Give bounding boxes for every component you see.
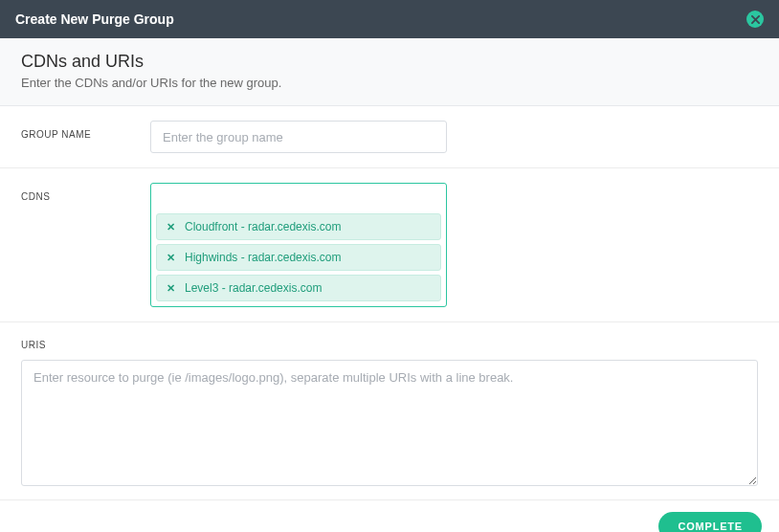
x-icon — [751, 15, 760, 24]
cdn-tag: ✕ Level3 - radar.cedexis.com — [156, 275, 441, 301]
remove-tag-icon[interactable]: ✕ — [167, 282, 175, 295]
cdn-tag: ✕ Highwinds - radar.cedexis.com — [156, 244, 441, 271]
complete-button[interactable]: COMPLETE — [658, 512, 762, 532]
cdn-tag-label: Level3 - radar.cedexis.com — [185, 281, 322, 295]
remove-tag-icon[interactable]: ✕ — [167, 252, 175, 264]
modal-title: Create New Purge Group — [15, 11, 174, 27]
cdn-tag-label: Highwinds - radar.cedexis.com — [185, 251, 341, 264]
uris-label: URIS — [21, 340, 758, 350]
group-name-label: GROUP NAME — [21, 121, 150, 140]
uris-textarea[interactable] — [21, 360, 758, 486]
cdns-label: CDNS — [21, 183, 150, 202]
modal-header: Create New Purge Group — [0, 0, 779, 38]
section-subtitle: Enter the CDNs and/or URIs for the new g… — [21, 76, 758, 90]
cdn-tag-label: Cloudfront - radar.cedexis.com — [185, 220, 341, 233]
cdn-tag: ✕ Cloudfront - radar.cedexis.com — [156, 213, 441, 240]
uris-row: URIS — [0, 321, 779, 499]
section-header: CDNs and URIs Enter the CDNs and/or URIs… — [0, 38, 779, 106]
modal-footer: COMPLETE — [0, 499, 779, 532]
cdns-row: CDNS ✕ Cloudfront - radar.cedexis.com ✕ … — [0, 168, 779, 321]
form-area: GROUP NAME CDNS ✕ Cloudfront - radar.ced… — [0, 106, 779, 499]
close-icon[interactable] — [746, 11, 764, 28]
group-name-row: GROUP NAME — [0, 106, 779, 168]
cdns-multiselect[interactable]: ✕ Cloudfront - radar.cedexis.com ✕ Highw… — [150, 183, 447, 307]
group-name-input[interactable] — [150, 121, 447, 153]
section-title: CDNs and URIs — [21, 52, 758, 72]
cdns-input[interactable] — [156, 188, 441, 210]
remove-tag-icon[interactable]: ✕ — [167, 221, 175, 233]
